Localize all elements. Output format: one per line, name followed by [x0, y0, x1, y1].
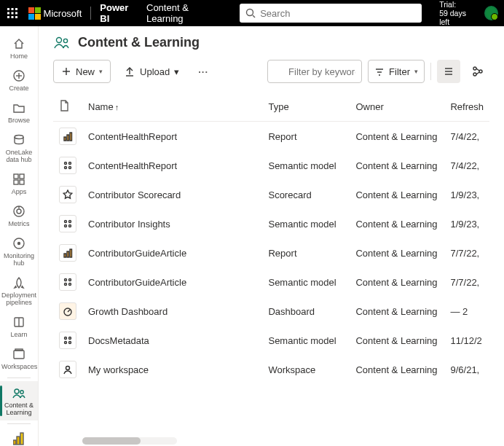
filter-icon: [374, 66, 385, 77]
svg-rect-54: [70, 133, 72, 141]
svg-point-48: [479, 70, 482, 73]
svg-line-10: [253, 15, 255, 17]
nav-item-home[interactable]: Home: [1, 32, 36, 64]
nav-item-powerbi[interactable]: Power BI: [0, 427, 38, 446]
cell-owner: Content & Learning: [350, 209, 444, 238]
svg-rect-18: [20, 180, 24, 184]
svg-point-62: [69, 225, 71, 227]
svg-rect-27: [15, 349, 23, 351]
filter-input[interactable]: [267, 60, 362, 83]
dataset-icon: [59, 215, 76, 232]
cell-owner: Content & Learning: [350, 326, 444, 355]
content-table: Name↑ Type Owner Refresh ContentHealthRe…: [39, 93, 504, 434]
svg-rect-53: [67, 135, 69, 141]
svg-rect-8: [15, 16, 17, 18]
nav-item-browse[interactable]: Browse: [1, 96, 36, 128]
table-row[interactable]: My workspaceWorkspaceContent & Learning9…: [53, 355, 489, 384]
search-input[interactable]: [260, 8, 416, 19]
cell-type: Workspace: [262, 355, 350, 384]
nav-separator: [7, 423, 30, 424]
svg-point-34: [63, 39, 67, 42]
left-nav: HomeCreateBrowseOneLake data hubAppsMetr…: [0, 26, 39, 446]
table-row[interactable]: ContributorGuideArticleSemantic modelCon…: [53, 267, 489, 297]
deploy-icon: [12, 275, 26, 290]
svg-rect-15: [14, 174, 18, 179]
apps-icon: [12, 172, 26, 187]
cell-name: ContentHealthReport: [82, 122, 262, 152]
filter-button[interactable]: Filter ▾: [368, 60, 425, 83]
col-type[interactable]: Type: [262, 93, 350, 122]
nav-item-monitor[interactable]: Monitoring hub: [1, 232, 36, 271]
cell-refreshed: 7/7/22,: [444, 238, 489, 267]
table-row[interactable]: Contributor InsightsSemantic modelConten…: [53, 209, 489, 238]
nav-label: Learn: [10, 331, 27, 338]
microsoft-logo: Microsoft: [28, 7, 82, 20]
cell-refreshed: 11/12/2: [444, 326, 489, 355]
svg-rect-5: [15, 12, 17, 15]
col-refreshed[interactable]: Refresh: [444, 93, 489, 122]
table-row[interactable]: ContentHealthReportSemantic modelContent…: [53, 151, 489, 180]
search-icon: [245, 8, 256, 18]
dataset-icon: [59, 273, 76, 291]
svg-rect-3: [7, 12, 9, 15]
table-row[interactable]: ContentHealthReportReportContent & Learn…: [53, 122, 489, 152]
global-header: Microsoft Power BI Content & Learning Tr…: [0, 0, 504, 26]
table-row[interactable]: DocsMetadataSemantic modelContent & Lear…: [53, 326, 489, 355]
product-name: Power BI: [100, 2, 138, 24]
toolbar: New ▾ Upload ▾ ··· Filter ▾: [39, 57, 504, 93]
nav-item-metrics[interactable]: Metrics: [1, 200, 36, 232]
table-row[interactable]: Growth DashboardDashboardContent & Learn…: [53, 297, 489, 326]
svg-rect-32: [13, 440, 16, 445]
col-owner[interactable]: Owner: [350, 93, 444, 122]
table-row[interactable]: Contributor ScorecardScorecardContent & …: [53, 180, 489, 209]
svg-rect-63: [64, 254, 66, 257]
list-view-button[interactable]: [437, 60, 460, 83]
avatar[interactable]: [484, 6, 498, 20]
cell-owner: Content & Learning: [350, 122, 444, 152]
nav-item-deploy[interactable]: Deployment pipelines: [1, 271, 36, 310]
svg-point-72: [65, 337, 67, 340]
svg-rect-31: [17, 437, 20, 445]
svg-rect-30: [20, 433, 23, 445]
lineage-icon: [472, 66, 484, 77]
app-launcher-icon[interactable]: [6, 6, 20, 20]
workspace-icon: [53, 34, 71, 51]
table-row[interactable]: ContributorGuideArticleReportContent & L…: [53, 238, 489, 267]
nav-item-active-workspace[interactable]: Content & Learning: [0, 381, 38, 420]
microsoft-label: Microsoft: [44, 8, 82, 19]
nav-label: Apps: [12, 188, 27, 195]
svg-point-33: [57, 38, 62, 43]
nav-item-create[interactable]: Create: [1, 64, 36, 96]
col-icon[interactable]: [53, 93, 82, 122]
new-button[interactable]: New ▾: [53, 60, 111, 83]
nav-item-apps[interactable]: Apps: [1, 168, 36, 200]
chevron-down-icon: ▾: [174, 66, 179, 77]
nav-item-onelake[interactable]: OneLake data hub: [1, 128, 36, 168]
onelake-icon: [12, 133, 26, 147]
list-icon: [443, 66, 454, 77]
svg-point-76: [66, 367, 70, 370]
svg-rect-65: [70, 249, 72, 257]
horizontal-scrollbar[interactable]: [82, 437, 177, 445]
nav-label: Create: [9, 85, 28, 92]
svg-point-59: [65, 221, 67, 223]
metrics-icon: [12, 204, 26, 219]
cell-type: Semantic model: [262, 326, 350, 355]
dataset-icon: [59, 332, 76, 349]
cell-owner: Content & Learning: [350, 180, 444, 209]
cell-refreshed: 7/4/22,: [444, 151, 489, 180]
cell-name: Contributor Scorecard: [82, 180, 262, 209]
nav-label: Workspaces: [1, 363, 36, 370]
upload-button[interactable]: Upload ▾: [118, 60, 185, 83]
cell-owner: Content & Learning: [350, 267, 444, 297]
trial-status[interactable]: Trial: 59 days left: [439, 0, 476, 26]
lineage-view-button[interactable]: [466, 60, 489, 83]
nav-item-learn[interactable]: Learn: [1, 310, 36, 343]
nav-item-workspaces[interactable]: Workspaces: [1, 343, 36, 375]
more-button[interactable]: ···: [192, 60, 214, 83]
svg-point-60: [69, 221, 71, 223]
global-search[interactable]: [240, 4, 422, 23]
col-name[interactable]: Name↑: [82, 93, 262, 122]
cell-name: ContributorGuideArticle: [82, 267, 262, 297]
nav-label: Metrics: [9, 220, 30, 227]
